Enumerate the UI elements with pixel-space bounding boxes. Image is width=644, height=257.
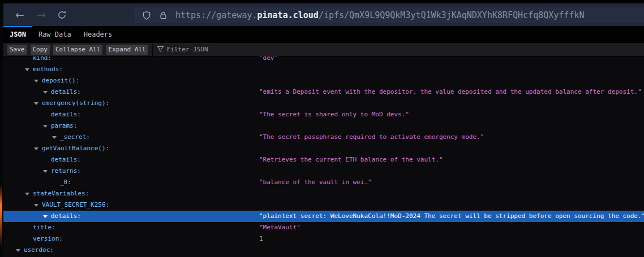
tree-row[interactable]: version:1 [3, 233, 644, 245]
url-prefix: https://gateway. [175, 10, 257, 20]
tree-value: "emits a Deposit event with the deposito… [259, 86, 642, 98]
tree-key[interactable]: kind: [33, 56, 51, 64]
tree-key[interactable]: VAULT_SECRET_K256: [42, 199, 109, 211]
tree-row[interactable]: stateVariables: [3, 188, 644, 199]
collapse-all-button[interactable]: Collapse All [53, 45, 102, 55]
url-bar[interactable]: https://gateway.pinata.cloud/ipfs/QmX9L9… [134, 7, 644, 23]
tree-value: "balance of the vault in wei." [259, 177, 372, 188]
tree-row[interactable]: emergency(string): [3, 98, 644, 109]
twisty-icon[interactable] [43, 215, 48, 218]
expand-all-button[interactable]: Expand All [106, 45, 148, 55]
tree-row[interactable]: details:"Retrieves the current ETH balan… [3, 154, 644, 165]
twisty-icon[interactable] [43, 91, 48, 94]
forward-button[interactable]: → [33, 3, 50, 26]
twisty-icon[interactable] [25, 193, 29, 195]
url-path: /ipfs/QmX9L9Q9QkM3ytQ1Wk3jKAqNDXYhK8RFQH… [319, 10, 585, 20]
forward-icon: → [37, 8, 46, 21]
tab-json-label: JSON [10, 31, 26, 38]
tab-raw-data[interactable]: Raw Data [32, 26, 78, 43]
tab-headers-label: Headers [84, 31, 113, 38]
tab-json[interactable]: JSON [3, 26, 32, 43]
tree-row[interactable]: params: [3, 120, 644, 132]
tree-value: 1 [259, 233, 263, 245]
tree-row[interactable]: kind:"dev" [3, 56, 644, 64]
tree-value: "MetaVault" [259, 222, 300, 233]
tree-key[interactable]: getVaultBalance(): [42, 143, 109, 154]
filter-icon [157, 46, 164, 53]
lock-icon[interactable] [159, 11, 168, 20]
tree-key[interactable]: deposit(): [42, 75, 79, 86]
tree-row[interactable]: userdoc: [3, 245, 644, 256]
filter-json-input[interactable]: Filter JSON [152, 43, 208, 56]
left-edge-glow [0, 184, 2, 247]
copy-button[interactable]: Copy [31, 45, 50, 55]
tab-raw-data-label: Raw Data [38, 31, 71, 38]
twisty-icon[interactable] [34, 102, 38, 105]
tree-key[interactable]: _0: [60, 177, 71, 188]
tree-value: "The secret is shared only to MoD devs." [259, 109, 409, 120]
json-tree: kind:"dev"methods:deposit():details:"emi… [3, 56, 644, 257]
twisty-icon[interactable] [25, 68, 29, 71]
tree-row[interactable]: returns: [3, 165, 644, 177]
tab-headers[interactable]: Headers [78, 26, 119, 43]
tree-key[interactable]: params: [51, 120, 77, 132]
twisty-icon[interactable] [43, 170, 48, 173]
tree-key[interactable]: version: [33, 233, 63, 245]
twisty-icon[interactable] [34, 204, 38, 207]
tree-row[interactable]: _0:"balance of the vault in wei." [3, 177, 644, 188]
json-viewer-tabbar: JSON Raw Data Headers [3, 26, 644, 43]
json-tree-rows: kind:"dev"methods:deposit():details:"emi… [3, 56, 644, 256]
back-button[interactable]: ← [11, 3, 28, 26]
tree-key[interactable]: _secret: [60, 132, 90, 143]
url-text: https://gateway.pinata.cloud/ipfs/QmX9L9… [175, 10, 584, 20]
twisty-icon[interactable] [34, 80, 38, 82]
json-toolbar: Save Copy Collapse All Expand All Filter… [3, 43, 644, 56]
tree-value: "Retrieves the current ETH balance of th… [259, 154, 443, 165]
tree-key[interactable]: stateVariables: [33, 188, 89, 199]
url-domain: pinata.cloud [257, 10, 319, 20]
tree-value: "dev" [259, 56, 278, 64]
tree-key[interactable]: details: [51, 211, 81, 222]
filter-placeholder: Filter JSON [167, 46, 208, 53]
tree-value: "plaintext secret: WeLoveNukaCola!!MoD-2… [259, 211, 644, 222]
twisty-icon[interactable] [43, 125, 48, 128]
save-button[interactable]: Save [7, 45, 27, 55]
tree-row[interactable]: getVaultBalance(): [3, 143, 644, 154]
tree-key[interactable]: userdoc: [24, 245, 54, 256]
twisty-icon[interactable] [52, 136, 57, 139]
tree-value: "The secret passphrase required to activ… [259, 132, 484, 143]
tree-key[interactable]: methods: [33, 64, 63, 75]
tree-key[interactable]: details: [51, 154, 81, 165]
tree-key[interactable]: details: [51, 86, 81, 98]
tree-key[interactable]: details: [51, 109, 81, 120]
tree-row[interactable]: methods: [3, 64, 644, 75]
shield-icon[interactable] [142, 11, 151, 20]
browser-window: ← → htt [0, 0, 644, 257]
tree-row[interactable]: details:"plaintext secret: WeLoveNukaCol… [3, 211, 644, 222]
tree-row[interactable]: deposit(): [3, 75, 644, 86]
reload-icon [57, 10, 67, 20]
back-icon: ← [15, 8, 24, 21]
tree-row[interactable]: details:"The secret is shared only to Mo… [3, 109, 644, 120]
tree-row[interactable]: _secret:"The secret passphrase required … [3, 132, 644, 143]
browser-toolbar: ← → htt [3, 3, 644, 26]
tree-row[interactable]: details:"emits a Deposit event with the … [3, 86, 644, 98]
tree-key[interactable]: returns: [51, 165, 81, 177]
tree-row[interactable]: title:"MetaVault" [3, 222, 644, 233]
tree-row[interactable]: VAULT_SECRET_K256: [3, 199, 644, 211]
twisty-icon[interactable] [34, 147, 38, 150]
twisty-icon[interactable] [16, 249, 20, 252]
tree-key[interactable]: title: [33, 222, 55, 233]
reload-button[interactable] [53, 3, 70, 26]
tree-key[interactable]: emergency(string): [42, 98, 109, 109]
